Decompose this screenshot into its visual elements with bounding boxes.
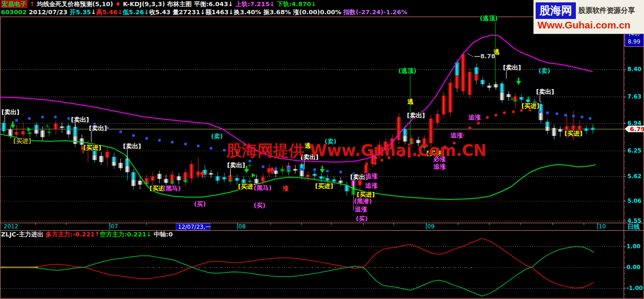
candle-body	[105, 152, 110, 158]
candle-body	[176, 176, 181, 180]
date-axis-label: |09	[425, 223, 434, 230]
candle-body	[273, 171, 278, 174]
blue-dot	[564, 114, 567, 117]
sell-arrow-down-icon	[320, 166, 325, 173]
sell-arrow-down-icon	[10, 121, 16, 128]
candle-body	[506, 94, 511, 97]
quote-info-segment: 指数(-27.24)-1.26%	[344, 8, 407, 16]
blue-dot	[67, 117, 70, 120]
signal-label: [卖出]	[536, 88, 554, 95]
candle-body	[170, 175, 175, 181]
candle-body	[92, 155, 97, 160]
logo-slogan: 股票软件资源分享	[578, 6, 635, 15]
sub-indicator-segment: ZLJC-主力进出	[1, 231, 45, 238]
candle-body	[455, 75, 459, 89]
signal-label: (买)	[254, 202, 265, 209]
price-axis-label: 6.25	[627, 147, 642, 154]
signal-label: [买进]	[565, 130, 582, 137]
blue-dot	[572, 115, 575, 118]
logo-url: Www.Guhai.com.cn	[538, 19, 644, 31]
price-axis-label: 5.06	[627, 198, 642, 204]
candle-body	[66, 126, 71, 130]
quote-info-segment: 高5.46	[96, 8, 117, 16]
candle-body	[21, 131, 26, 135]
signal-label: 追涨	[468, 114, 481, 121]
candle-body	[500, 83, 504, 92]
signal-label: 追涨	[354, 206, 368, 213]
signal-label: [卖出]	[1, 109, 19, 116]
quote-info-segment: 2012/07/23	[26, 8, 70, 16]
site-logo: 股海网 股票软件资源分享 Www.Guhai.com.cn	[533, 0, 644, 34]
candle-body	[196, 172, 201, 176]
candle-body	[8, 129, 13, 136]
candle-body	[300, 171, 304, 176]
candle-body	[558, 129, 563, 132]
blue-dot	[339, 171, 342, 173]
candle-body	[14, 132, 19, 135]
signal-label: (买)	[356, 215, 368, 222]
candle-body	[164, 179, 168, 183]
blue-dot	[546, 111, 549, 114]
indicator-info-segment: ↑	[30, 0, 35, 8]
quote-info-segment: ↓	[200, 8, 205, 16]
candle-body	[468, 72, 472, 95]
last-price-value: 6.79	[630, 126, 644, 133]
candle-body	[40, 130, 45, 137]
signal-label: [买进]	[83, 144, 101, 151]
blue-dot	[41, 116, 44, 118]
blue-dot	[326, 170, 329, 172]
signal-label: [卖出]	[503, 64, 521, 71]
candle-body	[118, 163, 123, 168]
candle-body	[73, 136, 78, 144]
sub-axis-label: 1.00	[626, 243, 641, 250]
signal-label: [买进]	[357, 191, 375, 198]
signal-label: (黑马)	[163, 185, 181, 192]
candle-body	[222, 177, 227, 180]
candle-body	[1, 123, 6, 131]
signal-label: 追涨	[365, 182, 378, 189]
blue-dot	[54, 116, 57, 118]
signal-label: [卖出]	[71, 116, 89, 123]
candle-body	[228, 180, 233, 181]
signal-label: (卖)	[211, 133, 223, 140]
sub-indicator-segment: 中轴:0	[151, 231, 173, 238]
sub-indicator-segment: 空方主力:0.221	[100, 231, 146, 238]
signal-label: (逃顶)	[398, 67, 416, 74]
candle-body	[545, 127, 550, 131]
sub-indicator-segment: 多方主力:-0.221	[45, 231, 95, 238]
indicator-info-segment: 宏昌电子	[1, 0, 27, 8]
candle-body	[474, 67, 479, 74]
candle-body	[584, 128, 589, 131]
signal-label: [卖出]	[407, 112, 425, 119]
signal-label: (买)	[194, 200, 206, 208]
candle-body	[480, 80, 485, 84]
sub-indicator-panel: 1.000.00-1.00	[0, 237, 643, 294]
quote-info-segment: 开5.35	[70, 8, 91, 16]
quote-info-segment: 603002	[1, 8, 26, 16]
date-axis-label: 2012	[4, 223, 18, 230]
blue-dot	[197, 145, 200, 147]
blue-dot	[223, 149, 226, 152]
period-label[interactable]: 日线	[627, 223, 640, 230]
candle-body	[403, 129, 407, 136]
callout-line	[467, 53, 473, 57]
blue-dot	[589, 117, 591, 120]
candle-body	[306, 175, 310, 177]
candle-body	[34, 130, 39, 134]
candle-body	[66, 130, 71, 134]
red-dot	[468, 127, 471, 129]
candle-body	[338, 181, 343, 183]
blue-dot	[556, 112, 558, 115]
indicator-info-segment: ♦	[115, 0, 121, 8]
candle-body	[448, 83, 453, 113]
blue-dot	[538, 110, 541, 113]
quote-info-segment: ↓	[144, 8, 149, 16]
blue-dot	[119, 130, 122, 133]
candle-body	[247, 181, 252, 182]
candle-body	[441, 96, 446, 115]
signal-label: 追涨	[433, 163, 446, 170]
quote-info-segment: 换3.40% 振3.68% 涨(0.00)0.00%	[234, 8, 344, 16]
candle-body	[461, 54, 466, 91]
blue-dot	[210, 147, 212, 150]
signal-label: [买进]	[521, 102, 539, 109]
